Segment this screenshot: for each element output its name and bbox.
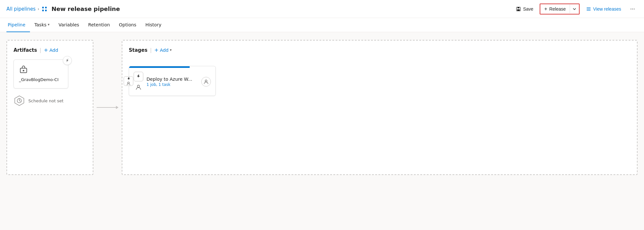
stage-deploy-icon	[134, 72, 143, 81]
stages-add-button[interactable]: + Add ▾	[154, 47, 172, 53]
stage-name: Deploy to Azure W...	[147, 77, 198, 82]
breadcrumb: All pipelines › New release pipeline	[6, 5, 512, 12]
list-icon	[586, 6, 591, 12]
artifacts-separator: |	[40, 47, 41, 53]
svg-rect-1	[45, 7, 47, 8]
ellipsis-icon: ···	[630, 5, 635, 12]
header-actions: Save + Release View releases ···	[512, 4, 638, 14]
stage-info: Deploy to Azure W... 1 job, 1 task	[147, 77, 198, 87]
main-content: Artifacts | + Add ⚡ _Gra	[0, 32, 644, 230]
release-label: Release	[549, 6, 566, 12]
schedule-icon	[14, 95, 25, 106]
connector-line	[97, 107, 116, 108]
more-options-button[interactable]: ···	[628, 4, 638, 14]
stage-icons-left	[134, 72, 143, 92]
artifact-trigger-icon[interactable]: ⚡	[63, 56, 72, 65]
all-pipelines-link[interactable]: All pipelines	[6, 6, 36, 12]
save-label: Save	[523, 6, 533, 12]
stages-label: Stages	[129, 47, 147, 53]
artifacts-header: Artifacts | + Add	[14, 47, 86, 53]
view-releases-button[interactable]: View releases	[582, 5, 625, 14]
stages-header: Stages | + Add ▾	[129, 47, 630, 53]
stage-card-body: Deploy to Azure W... 1 job, 1 task	[129, 68, 215, 96]
svg-point-17	[137, 85, 140, 87]
stage-person-bottom-icon	[134, 83, 143, 92]
plus-icon: +	[544, 6, 547, 12]
save-icon	[516, 6, 521, 12]
pipeline-canvas: Artifacts | + Add ⚡ _Gra	[6, 40, 638, 175]
tab-options[interactable]: Options	[114, 18, 141, 32]
stages-add-chevron-icon: ▾	[170, 48, 172, 52]
page-header: All pipelines › New release pipeline Sav…	[0, 0, 644, 18]
connector	[93, 40, 122, 175]
release-main-button[interactable]: + Release	[540, 4, 570, 14]
svg-rect-6	[517, 9, 520, 11]
svg-rect-3	[45, 10, 47, 11]
svg-point-18	[205, 80, 207, 82]
stage-trigger-badge[interactable]	[124, 76, 133, 86]
stage-card-wrapper: Deploy to Azure W... 1 job, 1 task	[129, 66, 216, 96]
artifact-build-icon	[19, 65, 28, 74]
stages-add-label: Add	[160, 48, 168, 53]
view-releases-label: View releases	[593, 6, 621, 12]
artifacts-add-button[interactable]: + Add	[44, 47, 58, 53]
stage-lightning-icon	[126, 77, 131, 81]
stage-person-icon	[126, 81, 131, 86]
save-button[interactable]: Save	[512, 5, 537, 14]
artifacts-add-plus-icon: +	[44, 47, 48, 53]
stages-separator: |	[150, 47, 152, 53]
tab-pipeline[interactable]: Pipeline	[6, 18, 30, 32]
connector-arrow	[116, 106, 118, 109]
tab-history[interactable]: History	[141, 18, 166, 32]
chevron-down-icon	[573, 7, 576, 11]
schedule-label: Schedule not set	[28, 98, 63, 103]
svg-rect-5	[517, 7, 519, 8]
nav-tabs: Pipeline Tasks ▾ Variables Retention Opt…	[0, 18, 644, 32]
stage-subtitle: 1 job, 1 task	[147, 82, 198, 87]
artifacts-add-label: Add	[49, 48, 58, 53]
breadcrumb-separator: ›	[38, 6, 39, 11]
artifact-card[interactable]: ⚡ _GravBlogDemo-CI	[14, 60, 68, 88]
tab-retention[interactable]: Retention	[84, 18, 115, 32]
artifacts-label: Artifacts	[14, 47, 37, 53]
artifact-name: _GravBlogDemo-CI	[19, 77, 59, 82]
svg-rect-0	[42, 7, 44, 8]
svg-rect-2	[42, 10, 44, 11]
page-title: New release pipeline	[52, 5, 120, 12]
stage-card[interactable]: Deploy to Azure W... 1 job, 1 task	[129, 66, 216, 96]
stages-add-plus-icon: +	[154, 47, 158, 53]
release-button-group: + Release	[540, 4, 580, 14]
schedule-row[interactable]: Schedule not set	[14, 95, 86, 106]
svg-point-16	[128, 82, 129, 84]
stages-panel: Stages | + Add ▾	[122, 40, 638, 175]
pipeline-icon	[41, 6, 48, 12]
release-dropdown-button[interactable]	[570, 5, 579, 13]
tasks-chevron-icon: ▾	[48, 23, 50, 27]
tab-variables[interactable]: Variables	[54, 18, 84, 32]
tab-tasks[interactable]: Tasks ▾	[30, 18, 54, 32]
artifacts-panel: Artifacts | + Add ⚡ _Gra	[6, 40, 93, 175]
stage-approver-icon[interactable]	[201, 77, 211, 87]
